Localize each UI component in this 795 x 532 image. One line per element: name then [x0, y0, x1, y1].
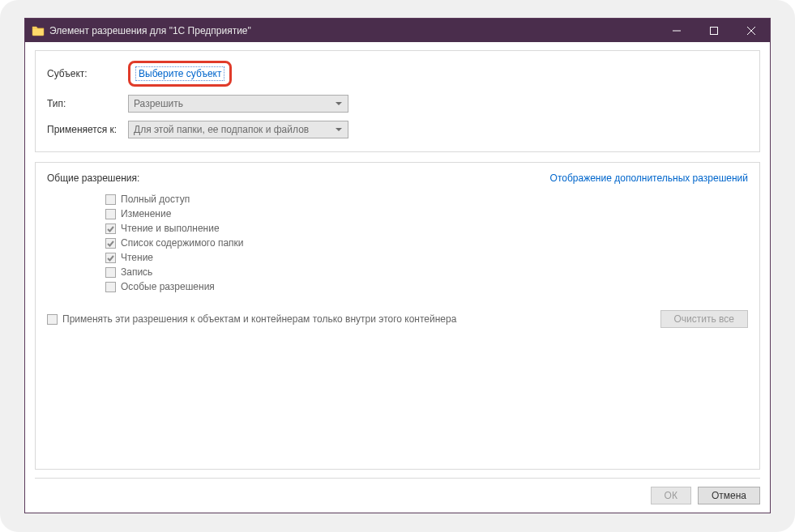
minimize-button[interactable] — [658, 19, 695, 42]
list-item: Список содержимого папки — [105, 237, 748, 249]
checkbox-apply-only[interactable] — [47, 314, 58, 325]
type-combobox[interactable]: Разрешить — [128, 95, 348, 113]
applies-row: Применяется к: Для этой папки, ее подпап… — [47, 121, 748, 138]
type-label: Тип: — [47, 98, 128, 109]
dialog-footer: ОК Отмена — [25, 479, 770, 513]
maximize-button[interactable] — [695, 19, 733, 42]
apply-only-container: Применять эти разрешения к объектам и ко… — [47, 313, 456, 325]
checkbox-read-execute[interactable] — [105, 223, 116, 234]
close-button[interactable] — [733, 19, 770, 42]
checkbox-full-control[interactable] — [105, 194, 116, 205]
checkbox-special[interactable] — [105, 282, 116, 292]
permission-label: Список содержимого папки — [121, 237, 244, 249]
permission-label: Полный доступ — [121, 194, 190, 205]
subject-row: Субъект: Выберите субъект — [47, 61, 748, 87]
list-item: Чтение — [105, 252, 748, 263]
type-row: Тип: Разрешить — [47, 95, 748, 113]
apply-only-label: Применять эти разрешения к объектам и ко… — [62, 313, 456, 325]
applies-value: Для этой папки, ее подпапок и файлов — [134, 124, 309, 135]
applies-combobox[interactable]: Для этой папки, ее подпапок и файлов — [128, 121, 348, 138]
permission-label: Изменение — [121, 208, 171, 219]
titlebar: Элемент разрешения для "1С Предприятие" — [25, 19, 770, 42]
permissions-list: Полный доступ Изменение Чтение и выполне… — [105, 194, 748, 292]
dialog-window: Элемент разрешения для "1С Предприятие" … — [24, 18, 771, 513]
cancel-button[interactable]: Отмена — [698, 487, 760, 504]
checkbox-read[interactable] — [105, 253, 116, 263]
list-item: Запись — [105, 266, 748, 278]
chevron-down-icon — [335, 99, 343, 110]
window-controls — [658, 19, 770, 42]
permission-label: Чтение — [121, 252, 153, 263]
permissions-header: Общие разрешения: Отображение дополнител… — [47, 172, 748, 184]
checkbox-modify[interactable] — [105, 209, 116, 219]
list-item: Полный доступ — [105, 194, 748, 205]
checkbox-list-folder[interactable] — [105, 238, 116, 249]
chevron-down-icon — [335, 125, 343, 136]
applies-label: Применяется к: — [47, 124, 128, 135]
list-item: Чтение и выполнение — [105, 223, 748, 234]
list-item: Изменение — [105, 208, 748, 219]
window-title: Элемент разрешения для "1С Предприятие" — [49, 25, 658, 36]
callout-highlight: Выберите субъект — [128, 61, 232, 87]
apply-row: Применять эти разрешения к объектам и ко… — [47, 310, 748, 328]
ok-button[interactable]: ОК — [651, 487, 691, 504]
basic-permissions-title: Общие разрешения: — [47, 172, 139, 184]
list-item: Особые разрешения — [105, 281, 748, 292]
client-area: Субъект: Выберите субъект Тип: Разрешить… — [25, 42, 770, 478]
advanced-permissions-link[interactable]: Отображение дополнительных разрешений — [550, 172, 748, 184]
permission-label: Чтение и выполнение — [121, 223, 220, 234]
permission-label: Особые разрешения — [121, 281, 215, 292]
svg-rect-0 — [711, 27, 718, 34]
permission-label: Запись — [121, 266, 152, 278]
subject-label: Субъект: — [47, 68, 128, 79]
permissions-panel: Общие разрешения: Отображение дополнител… — [35, 162, 760, 470]
select-subject-link[interactable]: Выберите субъект — [135, 66, 224, 81]
folder-icon — [32, 24, 45, 37]
checkbox-write[interactable] — [105, 267, 116, 278]
clear-all-button[interactable]: Очистить все — [660, 310, 748, 328]
principal-panel: Субъект: Выберите субъект Тип: Разрешить… — [35, 50, 760, 152]
type-value: Разрешить — [134, 98, 183, 109]
